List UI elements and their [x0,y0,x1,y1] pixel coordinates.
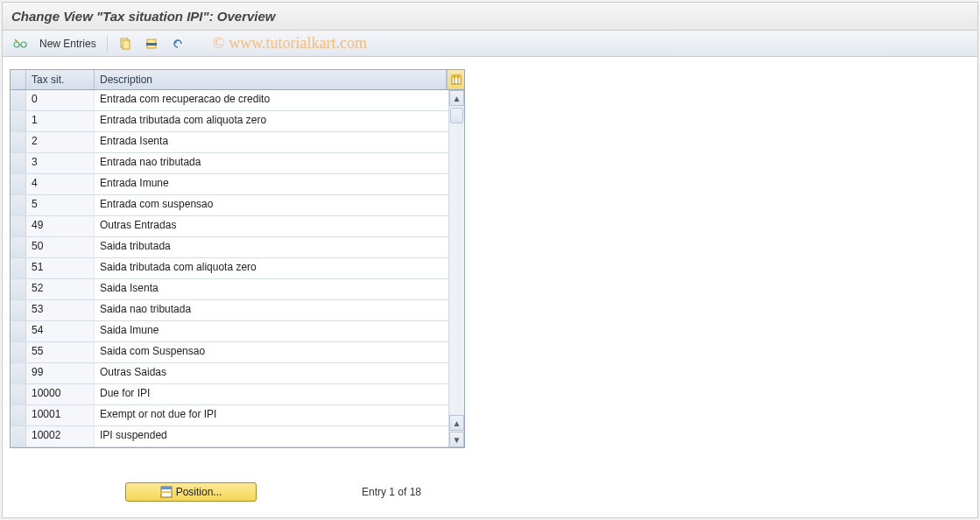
cell-description[interactable]: Saida Imune [95,321,464,341]
table-row[interactable]: 10000Due for IPI [11,384,464,405]
table-row[interactable]: 99Outras Saidas [11,363,464,384]
cell-taxsit[interactable]: 49 [26,216,95,236]
row-selector[interactable] [11,321,26,341]
cell-taxsit[interactable]: 54 [26,321,95,341]
cell-description[interactable]: Entrada Isenta [95,132,464,152]
cell-taxsit[interactable]: 10001 [26,405,95,425]
cell-taxsit[interactable]: 53 [26,300,95,320]
table-row[interactable]: 3Entrada nao tributada [11,153,464,174]
row-selector[interactable] [11,279,26,299]
cell-description[interactable]: Exempt or not due for IPI [95,405,464,425]
pencil-glasses-icon [13,37,27,51]
cell-description[interactable]: IPI suspended [95,426,464,446]
row-selector[interactable] [11,174,26,194]
table-row[interactable]: 49Outras Entradas [11,216,464,237]
vertical-scrollbar[interactable]: ▲ ▲ ▼ [448,90,464,447]
table-row[interactable]: 4Entrada Imune [11,174,464,195]
copy-button[interactable] [115,34,136,53]
row-selector-header[interactable] [11,70,26,89]
cell-taxsit[interactable]: 4 [26,174,95,194]
cell-description[interactable]: Saida nao tributada [95,300,464,320]
delete-icon [145,37,159,51]
cell-taxsit[interactable]: 5 [26,195,95,215]
svg-rect-3 [123,40,130,49]
scroll-track[interactable] [449,106,464,415]
cell-description[interactable]: Saida Isenta [95,279,464,299]
cell-taxsit[interactable]: 0 [26,90,95,110]
row-selector[interactable] [11,258,26,278]
cell-taxsit[interactable]: 10000 [26,384,95,404]
scroll-down-button[interactable]: ▼ [449,432,464,447]
scroll-up-button[interactable]: ▲ [449,90,464,106]
entry-count-label: Entry 1 of 18 [362,486,421,498]
position-button[interactable]: Position... [125,482,257,502]
cell-description[interactable]: Saida tributada com aliquota zero [95,258,464,278]
toggle-edit-button[interactable] [10,34,31,53]
row-selector[interactable] [11,90,26,110]
cell-taxsit[interactable]: 50 [26,237,95,257]
svg-point-1 [21,42,26,47]
table-row[interactable]: 52Saida Isenta [11,279,464,300]
undo-button[interactable] [167,34,188,53]
table-row[interactable]: 50Saida tributada [11,237,464,258]
new-entries-button[interactable]: New Entries [36,34,100,53]
table-row[interactable]: 10001Exempt or not due for IPI [11,405,464,426]
cell-description[interactable]: Due for IPI [95,384,464,404]
row-selector[interactable] [11,216,26,236]
table-row[interactable]: 0Entrada com recuperacao de credito [11,90,464,111]
cell-taxsit[interactable]: 99 [26,363,95,383]
cell-taxsit[interactable]: 10002 [26,426,95,446]
row-selector[interactable] [11,195,26,215]
table-row[interactable]: 10002IPI suspended [11,426,464,447]
undo-icon [171,37,185,51]
cell-description[interactable]: Outras Entradas [95,216,464,236]
position-icon [160,486,173,498]
scroll-thumb[interactable] [450,108,463,123]
cell-description[interactable]: Saida tributada [95,237,464,257]
table-row[interactable]: 53Saida nao tributada [11,300,464,321]
table-row[interactable]: 1Entrada tributada com aliquota zero [11,111,464,132]
row-selector[interactable] [11,132,26,152]
cell-description[interactable]: Outras Saidas [95,363,464,383]
row-selector[interactable] [11,384,26,404]
row-selector[interactable] [11,153,26,173]
delete-button[interactable] [141,34,162,53]
cell-taxsit[interactable]: 3 [26,153,95,173]
cell-taxsit[interactable]: 52 [26,279,95,299]
row-selector[interactable] [11,342,26,362]
new-entries-label: New Entries [39,38,96,50]
cell-description[interactable]: Entrada Imune [95,174,464,194]
row-selector[interactable] [11,111,26,131]
row-selector[interactable] [11,426,26,446]
cell-taxsit[interactable]: 51 [26,258,95,278]
scroll-down-small-button[interactable]: ▲ [449,415,464,431]
row-selector[interactable] [11,405,26,425]
svg-rect-11 [161,487,172,489]
column-header-taxsit[interactable]: Tax sit. [26,70,95,89]
toolbar: New Entries [3,31,977,57]
cell-taxsit[interactable]: 55 [26,342,95,362]
copy-icon [118,37,132,51]
configure-columns-button[interactable] [447,70,464,89]
table-row[interactable]: 51Saida tributada com aliquota zero [11,258,464,279]
row-selector[interactable] [11,300,26,320]
svg-rect-5 [146,43,157,46]
table-row[interactable]: 55Saida com Suspensao [11,342,464,363]
cell-description[interactable]: Entrada com suspensao [95,195,464,215]
svg-rect-7 [452,75,461,78]
table-row[interactable]: 2Entrada Isenta [11,132,464,153]
cell-description[interactable]: Entrada nao tributada [95,153,464,173]
cell-description[interactable]: Entrada tributada com aliquota zero [95,111,464,131]
row-selector[interactable] [11,363,26,383]
row-selector[interactable] [11,237,26,257]
column-header-description[interactable]: Description [95,70,447,89]
cell-description[interactable]: Saida com Suspensao [95,342,464,362]
table-header: Tax sit. Description [11,70,464,90]
cell-description[interactable]: Entrada com recuperacao de credito [95,90,464,110]
position-label: Position... [176,486,222,498]
table-row[interactable]: 5Entrada com suspensao [11,195,464,216]
table-row[interactable]: 54Saida Imune [11,321,464,342]
cell-taxsit[interactable]: 1 [26,111,95,131]
cell-taxsit[interactable]: 2 [26,132,95,152]
svg-rect-12 [161,491,172,493]
